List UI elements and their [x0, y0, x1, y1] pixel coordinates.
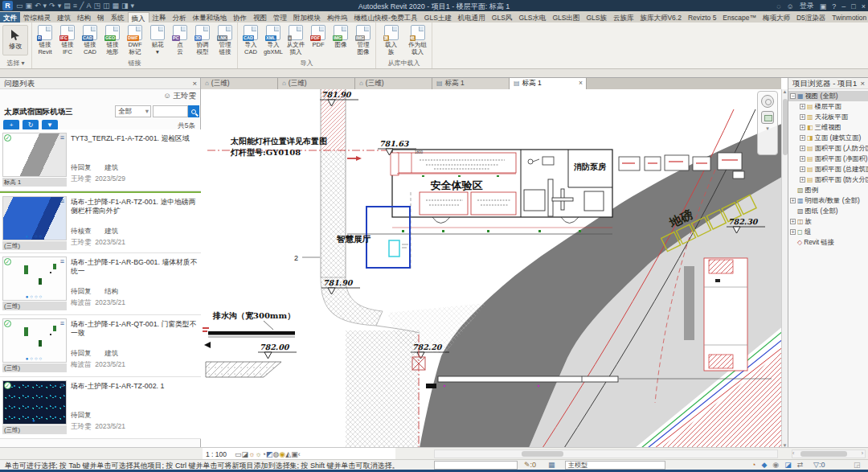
qat-icon[interactable]: ≡ — [73, 2, 77, 10]
chevron-down-icon[interactable]: ▾ — [758, 125, 777, 132]
ribbon-tab[interactable]: Revizto 5 — [685, 12, 719, 23]
tree-expander-icon[interactable]: + — [790, 219, 796, 224]
qat-icon[interactable]: ▤ — [63, 2, 71, 10]
tree-expander-icon[interactable]: + — [800, 135, 805, 141]
view-tab[interactable]: ⌂(三维) — [201, 78, 278, 89]
tree-expander-icon[interactable]: + — [800, 146, 805, 151]
workset-dropdown[interactable] — [434, 461, 518, 470]
ribbon-tool[interactable]: + 从文件插入 — [285, 24, 307, 55]
scale-label[interactable]: 1 : 100 — [206, 450, 227, 458]
ribbon-tab[interactable]: 管理 — [270, 12, 290, 23]
help-icon[interactable]: ? — [832, 2, 836, 10]
issue-card[interactable]: ✓ ≡ ●○○○ (三维) 场布-土护降-F1-AR-QT-001. 门窗类型不… — [0, 315, 201, 377]
vertical-scrollbar[interactable]: ▲▼ — [781, 89, 788, 448]
view-control-icon[interactable]: ‹ — [298, 450, 301, 458]
status-icon[interactable]: ⇄ — [797, 461, 804, 469]
issue-thumbnail[interactable]: ✓ ≡ ●○○○ — [2, 257, 67, 301]
menu-icon[interactable]: ≡ — [60, 257, 64, 265]
qat-icon[interactable]: ╱ — [80, 2, 84, 10]
modify-button[interactable]: 修改 — [2, 25, 28, 55]
status-icon[interactable]: ◆ — [761, 461, 767, 469]
qat-icon[interactable]: A — [86, 2, 91, 10]
issue-thumbnail[interactable]: ✓ ≡ ● — [2, 380, 67, 425]
ribbon-tab[interactable]: 管综精灵 — [20, 12, 54, 23]
scrollbar-thumb[interactable] — [522, 451, 563, 457]
scrollbar-thumb[interactable] — [800, 451, 847, 457]
tree-expander-icon[interactable] — [790, 187, 796, 193]
qat-icon[interactable]: ▾ — [58, 2, 62, 10]
user-icon[interactable]: ☺ — [787, 2, 794, 10]
tree-expander-icon[interactable]: + — [800, 156, 805, 162]
close-button[interactable]: × — [862, 2, 866, 10]
qat-icon[interactable]: ↶ — [35, 2, 41, 10]
filter-dropdown[interactable]: 全部▾ — [115, 105, 151, 117]
ribbon-tool[interactable]: 组 作为组载入 — [404, 24, 431, 55]
browser-tree-item[interactable]: + ◧ 三维视图 — [788, 122, 868, 133]
ribbon-tab[interactable]: 云族库 — [610, 12, 637, 23]
menu-icon[interactable]: ≡ — [60, 319, 64, 327]
view-tab[interactable]: ▤标高 1 — [432, 78, 510, 89]
worksets-icon[interactable]: ▦ — [548, 461, 555, 469]
status-icon[interactable]: ◔ — [751, 461, 755, 469]
ribbon-tab[interactable]: 橄榄山快模-免费工具 — [351, 12, 421, 23]
ribbon-tab[interactable]: 钢 — [94, 12, 108, 23]
tree-expander-icon[interactable] — [790, 208, 796, 214]
tree-expander-icon[interactable] — [790, 240, 796, 245]
ribbon-tool[interactable]: IMG 图像 — [330, 24, 352, 55]
ribbon-tab[interactable]: D5渲染器 — [793, 12, 829, 23]
ribbon-tab[interactable]: 建筑 — [54, 12, 74, 23]
ribbon-tab[interactable]: GLS族 — [583, 12, 610, 23]
ribbon-tool[interactable]: DWF DWF标记 — [124, 24, 146, 55]
ribbon-tab[interactable]: 机电通用 — [455, 12, 489, 23]
search-input[interactable] — [153, 105, 188, 117]
group-label-import[interactable]: 导入 — [238, 59, 375, 68]
ribbon-tab[interactable]: 注释 — [149, 12, 170, 23]
sign-in-button[interactable]: 登录 — [800, 1, 814, 11]
ribbon-tab[interactable]: GLS土建 — [421, 12, 455, 23]
menu-icon[interactable]: ≡ — [60, 197, 64, 205]
view-control-icon[interactable]: ☼ — [255, 450, 261, 458]
tree-expander-icon[interactable]: + — [800, 177, 805, 183]
ribbon-tool[interactable]: PC 点云 — [169, 24, 191, 55]
qat-icon[interactable]: ▾ — [130, 2, 134, 10]
browser-tree-item[interactable]: ▧ 图纸 (全部) — [788, 206, 868, 216]
issue-thumbnail[interactable]: ✓ ≡ — [2, 133, 67, 177]
browser-tree-item[interactable]: + ▥ 天花板平面 — [788, 112, 868, 122]
browser-tree-item[interactable]: + ◫ 族 — [788, 216, 868, 227]
browser-tree-item[interactable]: − ▦ 视图 (全部) — [788, 91, 868, 101]
qat-icon[interactable]: ◫ — [103, 2, 110, 10]
restore-button[interactable]: □ — [851, 2, 855, 10]
tree-expander-icon[interactable]: + — [790, 198, 796, 203]
issue-card[interactable]: ≡ ●○○○ (三维) 场布-土护降-F1-AR-TZ-001. 途中地磅两侧栏… — [0, 191, 201, 253]
ribbon-tool[interactable]: XML 导入gbXML — [262, 24, 285, 55]
view-tab[interactable]: ⌂(三维) — [355, 78, 432, 89]
selection-filter-icon[interactable]: ▽:0 — [813, 461, 825, 469]
issue-card[interactable]: ✓ ≡ 标高 1 TYT3_TERZL-F1-A-TZ-001. 迎检区域 待回… — [0, 129, 201, 191]
ribbon-tool[interactable]: LNK 管理链接 — [214, 24, 236, 55]
highlighted-element[interactable] — [389, 240, 399, 257]
ribbon-tab[interactable]: 协作 — [230, 12, 250, 23]
status-icon[interactable]: ◉ — [772, 461, 779, 469]
ribbon-tool[interactable]: CAD 导入CAD — [240, 24, 262, 55]
tree-expander-icon[interactable]: − — [790, 93, 796, 99]
ribbon-tool[interactable]: R 链接Revit — [34, 24, 56, 55]
ribbon-tool[interactable]: GEO 链接地形 — [101, 24, 124, 55]
ribbon-tool[interactable]: IMG 管理图像 — [352, 24, 375, 55]
steering-wheel-icon[interactable] — [761, 95, 774, 108]
ribbon-tab[interactable]: 插入 — [128, 12, 149, 23]
tree-expander-icon[interactable]: + — [800, 166, 805, 172]
menu-icon[interactable]: ≡ — [60, 381, 64, 389]
zoom-region-icon[interactable] — [761, 111, 774, 124]
qat-icon[interactable]: ▦ — [112, 2, 119, 10]
ribbon-tool[interactable]: 族 载入族 — [378, 24, 404, 55]
ribbon-tool[interactable]: IFC 链接IFC — [56, 24, 79, 55]
ribbon-tab[interactable]: Enscape™ — [719, 12, 760, 23]
tree-expander-icon[interactable]: + — [790, 229, 796, 235]
ribbon-tab[interactable]: 视图 — [250, 12, 270, 23]
qat-icon[interactable]: ◳ — [93, 2, 100, 10]
ribbon-tab[interactable]: 族库大师V6.2 — [637, 12, 685, 23]
view-tab[interactable]: ▤标高 1 × — [510, 78, 587, 89]
browser-tree-item[interactable]: + ▤ 面积平面 (防火分区面积) — [788, 174, 868, 185]
ribbon-tab[interactable]: 梅项大师 — [760, 12, 793, 23]
browser-tree-item[interactable]: + ◻ 组 — [788, 227, 868, 237]
